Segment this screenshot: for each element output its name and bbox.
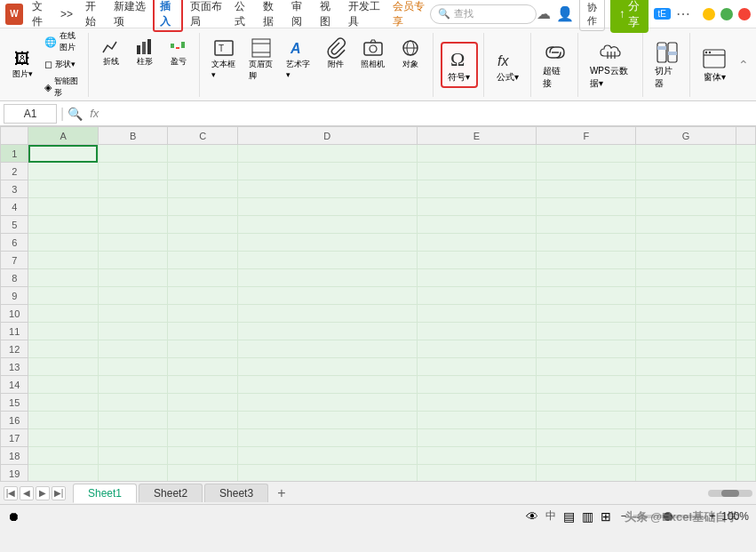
cell-A3[interactable]	[28, 180, 98, 198]
cell-F16[interactable]	[537, 412, 636, 429]
cell-C17[interactable]	[168, 429, 237, 447]
sheet-nav-prev[interactable]: ◀	[20, 486, 34, 500]
cell-E18[interactable]	[417, 447, 537, 465]
cell-A9[interactable]	[28, 287, 98, 305]
eye-icon[interactable]: 👁	[526, 509, 538, 524]
cell-D1[interactable]	[237, 145, 417, 163]
cell-D7[interactable]	[237, 252, 417, 269]
ribbon-online-img-btn[interactable]: 🌐 在线图片	[41, 28, 83, 55]
sheet-nav-first[interactable]: |◀	[4, 486, 18, 500]
cell-A6[interactable]	[28, 234, 98, 252]
ribbon-header-btn[interactable]: 页眉页脚	[244, 35, 278, 84]
cell-E16[interactable]	[417, 412, 537, 429]
row-number-12[interactable]: 12	[1, 340, 28, 358]
cell-B6[interactable]	[98, 234, 167, 252]
cell-E6[interactable]	[417, 234, 537, 252]
cell-A18[interactable]	[28, 447, 98, 465]
cell-D15[interactable]	[237, 394, 417, 412]
ribbon-bar-chart-btn[interactable]: 柱形	[130, 35, 160, 69]
cell-extra3[interactable]	[736, 180, 756, 198]
cell-F14[interactable]	[537, 376, 636, 394]
col-header-C[interactable]: C	[168, 127, 237, 145]
menu-start[interactable]: 开始	[80, 0, 107, 31]
cell-extra2[interactable]	[736, 163, 756, 180]
cell-D18[interactable]	[237, 447, 417, 465]
cell-F3[interactable]	[537, 180, 636, 198]
menu-vip[interactable]: 会员专享	[387, 0, 430, 31]
maximize-button[interactable]	[720, 8, 733, 20]
menu-insert[interactable]: 插入	[153, 0, 183, 32]
row-number-5[interactable]: 5	[1, 216, 28, 234]
ribbon-hyperlink-btn[interactable]: 超链接	[538, 37, 572, 92]
cell-E1[interactable]	[417, 145, 537, 163]
cell-E8[interactable]	[417, 269, 537, 287]
cell-C9[interactable]	[168, 287, 237, 305]
cell-D10[interactable]	[237, 305, 417, 323]
cell-G3[interactable]	[636, 180, 736, 198]
cell-B15[interactable]	[98, 394, 167, 412]
collapse-icon[interactable]: ⌃	[738, 58, 749, 72]
cell-G2[interactable]	[636, 163, 736, 180]
cell-G5[interactable]	[636, 216, 736, 234]
cell-B2[interactable]	[98, 163, 167, 180]
ribbon-formula-btn[interactable]: fx 公式▾	[491, 44, 525, 86]
cell-A1[interactable]	[28, 145, 98, 163]
cell-C6[interactable]	[168, 234, 237, 252]
cell-G14[interactable]	[636, 376, 736, 394]
cell-E15[interactable]	[417, 394, 537, 412]
sheet-tab-sheet2[interactable]: Sheet2	[139, 484, 203, 502]
cell-B1[interactable]	[98, 145, 167, 163]
cell-G6[interactable]	[636, 234, 736, 252]
row-number-18[interactable]: 18	[1, 447, 28, 465]
cell-F8[interactable]	[537, 269, 636, 287]
cell-A17[interactable]	[28, 429, 98, 447]
cell-B19[interactable]	[98, 465, 167, 482]
cell-extra1[interactable]	[736, 145, 756, 163]
cell-G17[interactable]	[636, 429, 736, 447]
user-icon[interactable]: 👤	[556, 5, 574, 22]
cell-G1[interactable]	[636, 145, 736, 163]
row-number-10[interactable]: 10	[1, 305, 28, 323]
cell-E3[interactable]	[417, 180, 537, 198]
cell-A7[interactable]	[28, 252, 98, 269]
cell-B4[interactable]	[98, 198, 167, 216]
cell-D2[interactable]	[237, 163, 417, 180]
zoom-in-btn[interactable]: ＋	[707, 508, 718, 524]
ribbon-collapse[interactable]: ⌃	[738, 58, 749, 72]
cell-E9[interactable]	[417, 287, 537, 305]
cell-extra17[interactable]	[736, 429, 756, 447]
ribbon-art-btn[interactable]: A 艺术字▾	[282, 35, 315, 82]
cell-C4[interactable]	[168, 198, 237, 216]
cell-C12[interactable]	[168, 340, 237, 358]
cell-F2[interactable]	[537, 163, 636, 180]
menu-page-layout[interactable]: 页面布局	[185, 0, 227, 31]
cell-D6[interactable]	[237, 234, 417, 252]
more-options-icon[interactable]: ⋯	[676, 5, 690, 22]
cell-G18[interactable]	[636, 447, 736, 465]
cell-D8[interactable]	[237, 269, 417, 287]
menu-formula[interactable]: 公式	[229, 0, 256, 31]
cell-C10[interactable]	[168, 305, 237, 323]
cell-A14[interactable]	[28, 376, 98, 394]
cell-G9[interactable]	[636, 287, 736, 305]
cell-C3[interactable]	[168, 180, 237, 198]
cell-B16[interactable]	[98, 412, 167, 429]
cell-G16[interactable]	[636, 412, 736, 429]
col-header-D[interactable]: D	[237, 127, 417, 145]
row-number-13[interactable]: 13	[1, 358, 28, 376]
ribbon-object-btn[interactable]: 对象	[394, 35, 427, 73]
cell-extra13[interactable]	[736, 358, 756, 376]
row-number-4[interactable]: 4	[1, 198, 28, 216]
cell-E10[interactable]	[417, 305, 537, 323]
cell-B14[interactable]	[98, 376, 167, 394]
cell-B17[interactable]	[98, 429, 167, 447]
cell-E4[interactable]	[417, 198, 537, 216]
cell-A10[interactable]	[28, 305, 98, 323]
row-number-17[interactable]: 17	[1, 429, 28, 447]
cell-F10[interactable]	[537, 305, 636, 323]
cell-A13[interactable]	[28, 358, 98, 376]
cell-extra11[interactable]	[736, 323, 756, 340]
cell-extra19[interactable]	[736, 465, 756, 482]
row-number-15[interactable]: 15	[1, 394, 28, 412]
cell-D16[interactable]	[237, 412, 417, 429]
